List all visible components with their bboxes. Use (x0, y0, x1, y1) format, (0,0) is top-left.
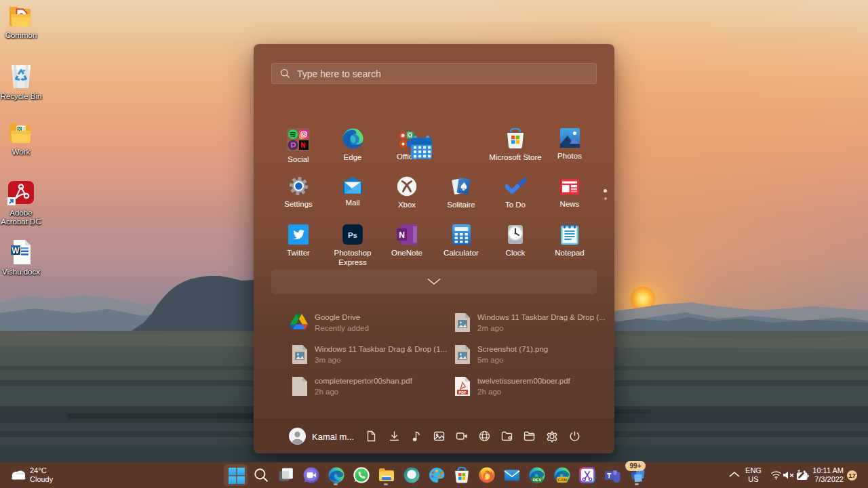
svg-text:DEV: DEV (533, 477, 542, 482)
svg-text:Ps: Ps (348, 231, 357, 239)
svg-text:PDF: PDF (459, 390, 467, 394)
svg-text:CAN: CAN (557, 477, 567, 482)
svg-text:N: N (399, 230, 405, 240)
svg-text:W: W (12, 246, 20, 256)
